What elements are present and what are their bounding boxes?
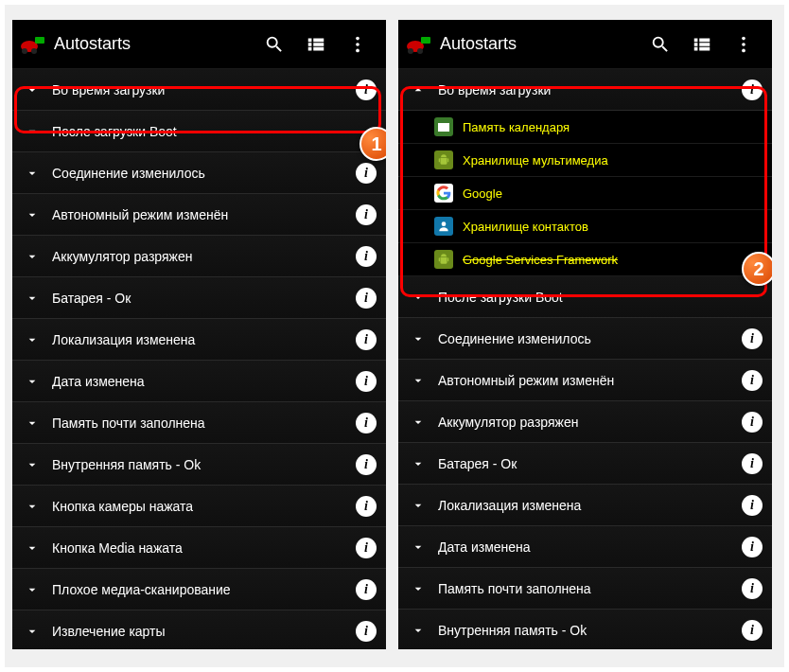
event-row[interactable]: Аккумулятор разряженi xyxy=(12,236,386,277)
info-icon[interactable]: i xyxy=(742,537,763,557)
svg-point-1 xyxy=(22,48,27,54)
info-icon[interactable]: i xyxy=(356,246,377,267)
chevron-down-icon xyxy=(408,331,429,346)
info-icon[interactable]: i xyxy=(356,80,377,100)
svg-point-5 xyxy=(356,43,359,46)
event-row[interactable]: Плохое медиа-сканированиеi xyxy=(12,569,386,610)
event-row[interactable]: Внутренняя память - Oki xyxy=(12,444,386,486)
event-label: Кнопка камеры нажата xyxy=(52,499,356,514)
event-row[interactable]: Локализация измененаi xyxy=(12,319,386,361)
event-row[interactable]: Локализация измененаi xyxy=(398,485,772,526)
app-entry[interactable]: Хранилище мультимедиа xyxy=(398,144,772,177)
info-icon[interactable]: i xyxy=(356,329,377,350)
view-list-button[interactable] xyxy=(681,24,723,65)
event-row[interactable]: Дата измененаi xyxy=(398,526,772,568)
chevron-down-icon xyxy=(22,416,43,431)
event-row[interactable]: Память почти заполненаi xyxy=(12,402,386,444)
event-row[interactable]: Дата измененаi xyxy=(12,361,386,402)
info-icon[interactable]: i xyxy=(356,371,377,392)
info-icon[interactable]: i xyxy=(356,579,377,600)
event-label: Дата изменена xyxy=(52,374,356,389)
svg-point-13 xyxy=(742,48,745,52)
chevron-down-icon xyxy=(22,624,43,639)
event-row[interactable]: Во время загрузкиi xyxy=(398,69,772,111)
svg-point-4 xyxy=(356,36,359,40)
event-label: Автономный режим изменён xyxy=(438,373,742,388)
info-icon[interactable]: i xyxy=(356,538,377,558)
event-row[interactable]: Автономный режим изменёнi xyxy=(12,194,386,236)
overflow-menu-button[interactable] xyxy=(723,24,764,65)
info-icon[interactable]: i xyxy=(356,204,377,225)
chevron-down-icon xyxy=(22,540,43,556)
chevron-down-icon xyxy=(408,581,429,596)
info-icon[interactable]: i xyxy=(742,620,763,641)
event-row[interactable]: Батарея - Окi xyxy=(12,277,386,319)
search-button[interactable] xyxy=(640,24,681,65)
event-label: Извлечение карты xyxy=(52,624,356,639)
event-row[interactable]: Автономный режим изменёнi xyxy=(398,360,772,401)
app-entry[interactable]: Хранилище контактов xyxy=(398,210,772,243)
info-icon[interactable]: i xyxy=(742,370,763,391)
app-entry[interactable]: Память календаря xyxy=(398,111,772,144)
info-icon[interactable]: i xyxy=(742,328,763,349)
event-row[interactable]: Память почти заполненаi xyxy=(398,568,772,610)
event-row[interactable]: Аккумулятор разряженi xyxy=(398,401,772,443)
svg-rect-3 xyxy=(35,37,44,44)
info-icon[interactable]: i xyxy=(742,412,763,433)
chevron-down-icon xyxy=(408,498,429,513)
info-icon[interactable]: i xyxy=(742,80,763,100)
app-entry[interactable]: Google Services Framework xyxy=(398,243,772,276)
tutorial-badge-1: 1 xyxy=(359,127,386,161)
info-icon[interactable]: i xyxy=(356,413,377,433)
info-icon[interactable]: i xyxy=(356,288,377,309)
event-row[interactable]: Внутренняя память - Oki xyxy=(398,610,772,649)
event-row[interactable]: Кнопка Media нажатаi xyxy=(12,527,386,569)
event-row[interactable]: Батарея - Окi xyxy=(398,443,772,485)
chevron-down-icon xyxy=(408,456,429,471)
event-label: Дата изменена xyxy=(438,539,742,555)
app-label: Google Services Framework xyxy=(463,253,763,267)
event-row[interactable]: Во время загрузкиi xyxy=(12,69,386,111)
chevron-down-icon xyxy=(408,415,429,430)
app-label: Память календаря xyxy=(463,120,763,134)
app-label: Хранилище контактов xyxy=(463,220,763,234)
info-icon[interactable]: i xyxy=(742,495,763,516)
event-label: Во время загрузки xyxy=(52,82,356,97)
chevron-down-icon xyxy=(22,82,43,97)
app-entry[interactable]: Google xyxy=(398,177,772,210)
event-row[interactable]: После загрузки Boot xyxy=(12,111,386,152)
event-row[interactable]: После загрузки Boot xyxy=(398,276,772,318)
chevron-down-icon xyxy=(22,291,43,306)
search-button[interactable] xyxy=(254,24,295,65)
event-row[interactable]: Соединение изменилосьi xyxy=(12,152,386,194)
svg-rect-10 xyxy=(421,37,430,44)
contacts-icon xyxy=(434,217,453,236)
calendar-icon xyxy=(434,117,453,136)
info-icon[interactable]: i xyxy=(742,578,763,599)
info-icon[interactable]: i xyxy=(356,454,377,475)
info-icon[interactable]: i xyxy=(742,453,763,474)
event-label: После загрузки Boot xyxy=(52,124,377,139)
tutorial-badge-2: 2 xyxy=(742,252,772,286)
info-icon[interactable]: i xyxy=(356,496,377,517)
event-label: Батарея - Ок xyxy=(52,291,356,306)
android-icon xyxy=(434,250,453,269)
overflow-menu-button[interactable] xyxy=(337,24,378,65)
event-label: Аккумулятор разряжен xyxy=(52,249,356,264)
event-row[interactable]: Кнопка камеры нажатаi xyxy=(12,486,386,527)
event-label: Плохое медиа-сканирование xyxy=(52,582,356,597)
chevron-down-icon xyxy=(22,582,43,597)
toolbar: Autostarts xyxy=(12,20,386,69)
app-label: Хранилище мультимедиа xyxy=(463,153,763,168)
view-list-button[interactable] xyxy=(295,24,337,65)
event-row[interactable]: Извлечение картыi xyxy=(12,610,386,649)
svg-point-6 xyxy=(356,48,359,52)
event-row[interactable]: Соединение изменилосьi xyxy=(398,318,772,360)
app-icon xyxy=(20,35,46,54)
svg-point-12 xyxy=(742,43,745,46)
google-icon xyxy=(434,184,453,203)
info-icon[interactable]: i xyxy=(356,621,377,642)
app-label: Google xyxy=(463,186,763,201)
chevron-down-icon xyxy=(22,249,43,264)
info-icon[interactable]: i xyxy=(356,163,377,184)
